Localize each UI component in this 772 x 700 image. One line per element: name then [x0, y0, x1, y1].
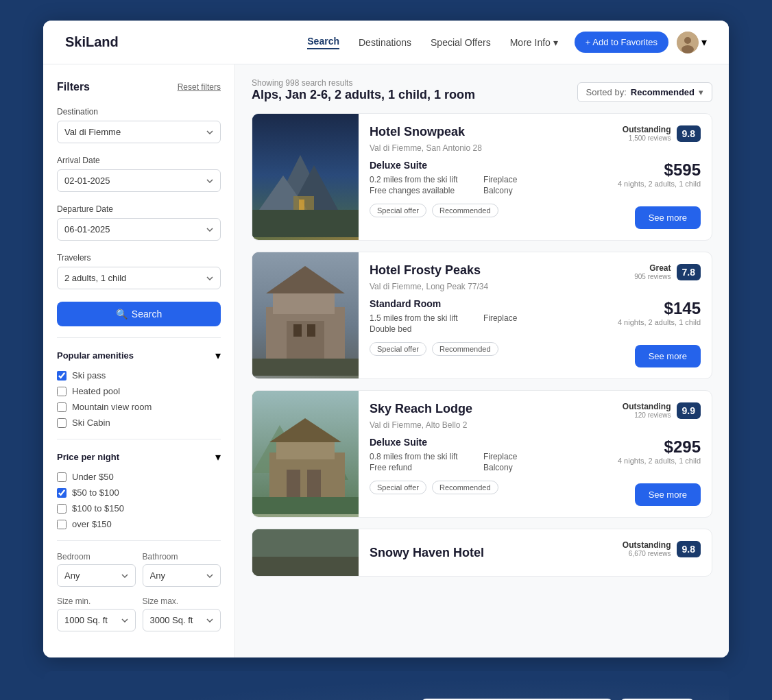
bedroom-filter: Bedroom Any [57, 552, 136, 587]
nav-special-offers[interactable]: Special Offers [431, 37, 491, 48]
departure-filter: Departure Date 06-01-2025 [57, 204, 221, 241]
price-block-skyreach: $295 4 nights, 2 adults, 1 child [618, 437, 701, 465]
price-details-frosty: 4 nights, 2 adults, 1 child [618, 318, 701, 326]
main-container: SkiLand Search Destinations Special Offe… [43, 21, 729, 657]
feature-fireplace-frosty: Fireplace [483, 313, 596, 323]
hotel-tags-skyreach: Special offer Recommended [370, 481, 596, 494]
search-button[interactable]: 🔍 Search [57, 302, 221, 326]
bedroom-bathroom-filters: Bedroom Any Bathroom Any [57, 552, 221, 587]
destination-label: Destination [57, 107, 221, 117]
price-under-50-label: Under $50 [72, 472, 114, 482]
arrival-filter: Arrival Date 02-01-2025 [57, 156, 221, 192]
arrival-label: Arrival Date [57, 156, 221, 165]
size-max-select[interactable]: 3000 Sq. ft [143, 609, 221, 631]
hotel-image-snowpeak [252, 114, 359, 240]
feature-fireplace-sky: Fireplace [483, 452, 596, 461]
price-under-50-checkbox[interactable] [57, 472, 67, 482]
price-100-150: $100 to $150 [57, 503, 221, 514]
reset-filters-button[interactable]: Reset filters [178, 82, 221, 92]
hotel-card-skyreach: Sky Reach Lodge Val di Fiemme, Alto Bell… [252, 390, 712, 518]
amenity-ski-cabin-label: Ski Cabin [72, 418, 110, 428]
size-min-filter: Size min. 1000 Sq. ft [57, 596, 136, 631]
feature-fireplace: Fireplace [483, 175, 596, 184]
price-toggle[interactable]: Price per night ▾ [57, 450, 221, 463]
svg-rect-12 [273, 293, 335, 314]
svg-rect-25 [307, 470, 321, 500]
hotel-name-skyreach: Sky Reach Lodge [370, 402, 596, 416]
hotel-room-type-frosty: Standard Room [370, 298, 596, 309]
user-dropdown[interactable]: ▾ [677, 32, 707, 53]
hotel-tags-snowpeak: Special offer Recommended [370, 204, 596, 217]
feature-distance-sky: 0.8 miles from the ski lift [370, 452, 482, 461]
bedroom-select[interactable]: Any [57, 564, 136, 587]
tag-recommended-sky: Recommended [432, 481, 498, 494]
nav-more-info[interactable]: More Info ▾ [510, 37, 558, 48]
rating-badge-snowyhaven: Outstanding 6,670 reviews 9.8 [623, 540, 701, 557]
see-more-skyreach[interactable]: See more [635, 483, 701, 506]
price-block-frosty: $145 4 nights, 2 adults, 1 child [618, 299, 701, 326]
price-100-150-checkbox[interactable] [57, 504, 67, 514]
feature-balcony-sky: Balcony [483, 463, 596, 472]
size-max-label: Size max. [143, 596, 221, 606]
price-50-100-checkbox[interactable] [57, 488, 67, 498]
amenity-heated-pool-label: Heated pool [72, 386, 120, 396]
amenity-ski-pass-checkbox[interactable] [57, 371, 67, 381]
rating-count-snowpeak: 1,500 reviews [623, 134, 671, 142]
see-more-frosty[interactable]: See more [635, 345, 701, 367]
size-min-label: Size min. [57, 596, 136, 606]
hotel-info-snowyhaven: Snowy Haven Hotel [359, 529, 612, 576]
divider3 [57, 540, 221, 541]
search-icon: 🔍 [116, 309, 128, 319]
amenity-heated-pool: Heated pool [57, 386, 221, 396]
size-min-select[interactable]: 1000 Sq. ft [57, 609, 136, 631]
travelers-select[interactable]: 2 adults, 1 child [57, 267, 221, 289]
nav-search[interactable]: Search [307, 36, 339, 49]
rating-score-skyreach: 9.9 [677, 402, 701, 419]
feature-refund-sky: Free refund [370, 463, 482, 472]
price-title: Price per night [57, 452, 119, 462]
see-more-snowpeak[interactable]: See more [635, 206, 701, 229]
hotel-image-snowyhaven [252, 529, 359, 577]
rating-badge-skyreach: Outstanding 120 reviews 9.9 [623, 402, 701, 419]
tag-recommended: Recommended [432, 204, 498, 217]
price-block-snowpeak: $595 4 nights, 2 adults, 1 child [618, 160, 701, 188]
price-amount-skyreach: $295 [618, 437, 701, 457]
sort-control[interactable]: Sorted by: Recommended ▾ [577, 82, 712, 102]
amenity-mountain-view-checkbox[interactable] [57, 402, 67, 412]
hotel-info-skyreach: Sky Reach Lodge Val di Fiemme, Alto Bell… [359, 391, 607, 517]
price-50-100: $50 to $100 [57, 487, 221, 498]
bathroom-filter: Bathroom Any [143, 552, 221, 587]
departure-select[interactable]: 06-01-2025 [57, 218, 221, 241]
add-favorites-button[interactable]: + Add to Favorites [575, 32, 668, 53]
svg-rect-15 [293, 324, 302, 337]
price-over-150-checkbox[interactable] [57, 520, 67, 529]
rating-count-snowyhaven: 6,670 reviews [623, 550, 671, 557]
destination-select[interactable]: Val di Fiemme [57, 121, 221, 143]
price-over-150-label: over $150 [72, 519, 112, 529]
rating-count-frosty: 905 reviews [634, 273, 671, 280]
amenity-mountain-view: Mountain view room [57, 402, 221, 412]
feature-distance-frosty: 1.5 miles from the ski lift [370, 313, 482, 323]
nav-destinations[interactable]: Destinations [359, 37, 411, 48]
svg-rect-22 [276, 442, 335, 459]
arrival-select[interactable]: 02-01-2025 [57, 169, 221, 192]
amenity-ski-pass-label: Ski pass [72, 370, 106, 381]
departure-label: Departure Date [57, 204, 221, 214]
amenities-toggle[interactable]: Popular amenities ▾ [57, 349, 221, 362]
hotel-info-frosty: Hotel Frosty Peaks Val di Fiemme, Long P… [359, 252, 607, 378]
results-count: Showing 998 search results [252, 78, 475, 88]
svg-rect-9 [252, 210, 359, 237]
tag-special-offer-sky: Special offer [370, 481, 426, 494]
amenity-heated-pool-checkbox[interactable] [57, 387, 67, 396]
svg-point-1 [684, 37, 691, 44]
price-amount-frosty: $145 [618, 299, 701, 318]
hotel-card-snowpeak: Hotel Snowpeak Val di Fiemme, San Antoni… [252, 113, 712, 241]
results-area: Showing 998 search results Alps, Jan 2-6… [235, 64, 729, 657]
hotel-info-snowpeak: Hotel Snowpeak Val di Fiemme, San Antoni… [359, 114, 607, 240]
price-details-skyreach: 4 nights, 2 adults, 1 child [618, 457, 701, 465]
bathroom-select[interactable]: Any [143, 564, 221, 587]
logo: SkiLand [65, 34, 119, 50]
amenity-ski-cabin-checkbox[interactable] [57, 418, 67, 428]
filters-header: Filters Reset filters [57, 81, 221, 93]
chevron-down-icon-user: ▾ [701, 36, 707, 49]
